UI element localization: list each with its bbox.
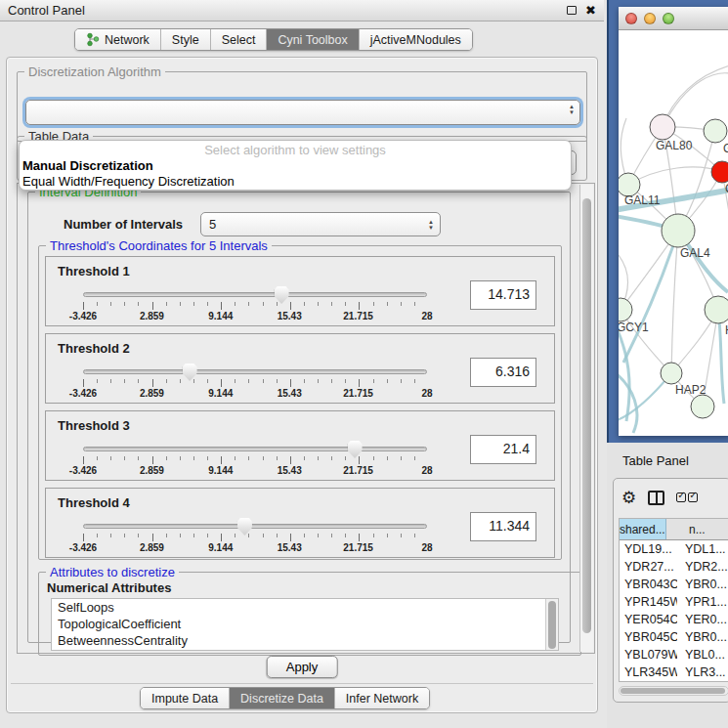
- attribute-item-betweennesscentrality[interactable]: BetweennessCentrality: [52, 632, 558, 649]
- attributes-group-title: Attributes to discretize: [46, 565, 179, 579]
- number-of-intervals-value: 5: [209, 217, 216, 232]
- tab-select[interactable]: Select: [211, 29, 268, 50]
- control-panel-titlebar: Control Panel ✖: [0, 0, 604, 21]
- cell-shared-name: YLR345W: [620, 664, 677, 681]
- mac-zoom-button[interactable]: [663, 13, 674, 24]
- numerical-attributes-label: Numerical Attributes: [47, 580, 171, 595]
- axis-tick-label: 28: [421, 465, 432, 476]
- network-canvas[interactable]: GAL80GAL11GAL4GCY1HAP2GCH: [619, 30, 728, 436]
- network-edge[interactable]: [628, 167, 722, 185]
- split-columns-icon[interactable]: [648, 491, 664, 505]
- axis-tick-label: -3.426: [69, 465, 97, 476]
- attributes-list-scrollbar[interactable]: [545, 599, 558, 650]
- table-row[interactable]: YBR045CYBR0...: [620, 628, 728, 646]
- network-node-gal80[interactable]: [650, 114, 675, 140]
- discretization-algorithm-group: Discretization Algorithm ▲▼: [17, 71, 587, 142]
- attribute-item-selfloops[interactable]: SelfLoops: [52, 599, 558, 616]
- tab-label: Style: [172, 33, 199, 47]
- tab-label: jActiveMNodules: [370, 33, 461, 47]
- mac-close-button[interactable]: [625, 13, 637, 24]
- threshold-value-field[interactable]: 14.713: [470, 280, 536, 310]
- column-header-shared[interactable]: shared...: [620, 519, 666, 539]
- close-icon[interactable]: ✖: [585, 4, 596, 17]
- discretization-algorithm-group-title: Discretization Algorithm: [24, 64, 165, 79]
- tab-impute-data[interactable]: Impute Data: [141, 688, 230, 708]
- network-edge-thick[interactable]: [623, 231, 678, 363]
- table-row[interactable]: YDR27...YDR2...: [620, 558, 728, 576]
- tab-infer-network[interactable]: Infer Network: [335, 688, 429, 708]
- table-rows: YDL19...YDL1...YDR27...YDR2...YBR043CYBR…: [620, 540, 728, 682]
- cell-name: YDR2...: [677, 558, 728, 576]
- table-row[interactable]: YLR345WYLR3...: [620, 664, 728, 681]
- threshold-panel-3: Threshold 3-3.4262.8599.14415.4321.71528…: [45, 410, 555, 481]
- tab-discretize-data[interactable]: Discretize Data: [230, 688, 335, 708]
- column-header-name[interactable]: n...: [666, 519, 728, 539]
- table-row[interactable]: YIL052CYIL0...: [620, 681, 728, 682]
- table-row[interactable]: YPR145WYPR1...: [620, 593, 728, 611]
- select-columns-icons[interactable]: [676, 492, 698, 502]
- axis-tick-label: 21.715: [343, 465, 373, 476]
- apply-button[interactable]: Apply: [267, 656, 338, 678]
- network-node-node-h[interactable]: [705, 296, 728, 323]
- network-window-titlebar: [619, 7, 728, 30]
- table-row[interactable]: YER054CYER0...: [620, 611, 728, 628]
- popup-option-equal-width-frequency-discretization[interactable]: Equal Width/Frequency Discretization: [20, 174, 571, 190]
- network-node-red-node[interactable]: [711, 161, 728, 183]
- threshold-panel-4: Threshold 4-3.4262.8599.14415.4321.71528…: [45, 488, 555, 558]
- axis-tick-label: 2.859: [140, 542, 164, 553]
- network-edge-thick[interactable]: [619, 323, 629, 421]
- gear-icon[interactable]: ⚙: [621, 490, 636, 506]
- thresholds-list: Threshold 1-3.4262.8599.14415.4321.71528…: [45, 256, 555, 565]
- checkbox-icon[interactable]: [688, 492, 698, 502]
- tab-label: Cyni Toolbox: [278, 33, 347, 47]
- table-horizontal-scrollbar[interactable]: [619, 686, 728, 696]
- tab-label: Discretize Data: [240, 692, 323, 706]
- cell-shared-name: YDL19...: [620, 540, 677, 558]
- tab-network[interactable]: Network: [75, 29, 161, 50]
- threshold-slider-track[interactable]: [83, 447, 427, 451]
- interval-definition-group: Interval Definition Number of Intervals …: [27, 192, 571, 643]
- threshold-panel-2: Threshold 2-3.4262.8599.14415.4321.71528…: [45, 333, 555, 404]
- table-panel-title: Table Panel: [622, 453, 689, 468]
- threshold-value-field[interactable]: 6.316: [470, 358, 536, 387]
- axis-tick-label: -3.426: [69, 388, 97, 399]
- node-label-gal80: GAL80: [656, 139, 693, 152]
- network-node-node-bottom[interactable]: [691, 395, 714, 418]
- axis-tick-label: 9.144: [208, 542, 233, 553]
- network-view-frame: GAL80GAL11GAL4GCY1HAP2GCH: [607, 0, 728, 443]
- popup-option-manual-discretization[interactable]: Manual Discretization: [20, 158, 571, 174]
- tab-jactivemnodules[interactable]: jActiveMNodules: [360, 29, 472, 50]
- algorithm-popup-options: Manual DiscretizationEqual Width/Frequen…: [20, 158, 571, 190]
- network-node-node-g[interactable]: [704, 119, 727, 143]
- cell-shared-name: YER054C: [620, 611, 677, 628]
- cell-shared-name: YIL052C: [620, 681, 677, 682]
- threshold-slider-track[interactable]: [83, 292, 427, 297]
- threshold-slider-track[interactable]: [83, 369, 427, 374]
- table-row[interactable]: YBR043CYBR0...: [620, 576, 728, 593]
- threshold-value-field[interactable]: 11.344: [470, 512, 536, 541]
- threshold-value-field[interactable]: 21.4: [470, 435, 536, 464]
- table-row[interactable]: YBL079WYBL0...: [620, 646, 728, 664]
- tab-style[interactable]: Style: [161, 29, 211, 50]
- threshold-slider-track[interactable]: [83, 524, 427, 529]
- numerical-attributes-list[interactable]: SelfLoopsTopologicalCoefficientBetweenne…: [51, 598, 559, 651]
- network-view-window: GAL80GAL11GAL4GCY1HAP2GCH: [619, 7, 728, 436]
- mac-minimize-button[interactable]: [644, 13, 656, 24]
- table-row[interactable]: YDL19...YDL1...: [620, 540, 728, 558]
- cell-shared-name: YBR045C: [620, 628, 677, 646]
- checkbox-icon[interactable]: [676, 492, 686, 502]
- tab-cyni-toolbox[interactable]: Cyni Toolbox: [267, 29, 359, 50]
- number-of-intervals-combobox[interactable]: 5 ▲▼: [200, 212, 441, 236]
- control-panel-title: Control Panel: [8, 3, 85, 18]
- axis-tick-label: 9.144: [208, 465, 233, 476]
- network-node-gal4[interactable]: [662, 214, 695, 247]
- cell-name: YBL0...: [677, 646, 728, 664]
- tab-label: Select: [222, 33, 256, 47]
- settings-vertical-scrollbar[interactable]: [579, 185, 593, 652]
- float-window-icon[interactable]: [567, 6, 577, 15]
- network-node-hap2[interactable]: [661, 363, 682, 384]
- algorithm-combobox[interactable]: ▲▼: [25, 100, 580, 125]
- attribute-item-topologicalcoefficient[interactable]: TopologicalCoefficient: [52, 616, 558, 632]
- cell-name: YER0...: [677, 611, 728, 628]
- network-node-gcy1[interactable]: [619, 298, 632, 321]
